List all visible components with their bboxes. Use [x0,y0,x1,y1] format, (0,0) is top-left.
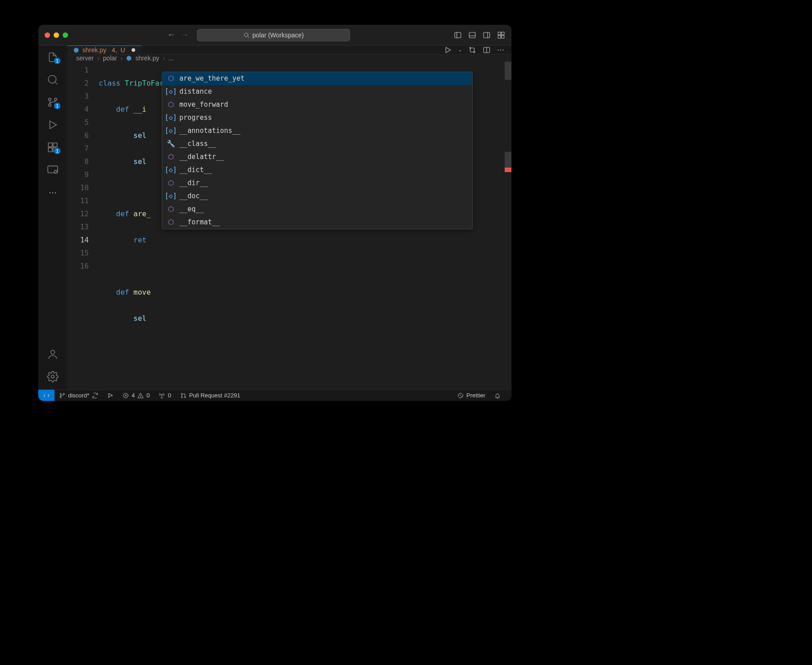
svg-point-45 [184,396,186,398]
suggestion-label: distance [179,85,212,98]
pr-label: Pull Request #2291 [189,392,240,399]
suggestion-item[interactable]: 🔧__class__ [162,137,472,150]
remote-icon [43,392,50,399]
source-control-tab[interactable]: 1 [46,96,59,109]
remote-explorer-tab[interactable] [46,164,59,176]
svg-point-36 [111,395,112,396]
radio-tower-icon [159,392,165,399]
tab-problem-count: 4, [112,46,117,54]
suggestion-label: __format__ [179,216,220,229]
split-editor-icon[interactable] [483,46,491,54]
more-tab[interactable]: ⋯ [46,186,59,199]
svg-point-44 [181,396,182,398]
svg-line-1 [248,36,249,37]
tab-shrek-py[interactable]: ⬢ shrek.py 4, U [67,46,141,54]
line-number: 3 [67,90,89,103]
run-dropdown[interactable]: ⌄ [458,47,462,52]
ports-status[interactable]: 0 [154,390,175,401]
toggle-bottom-panel-icon[interactable] [468,31,476,39]
traffic-lights [45,32,68,38]
suggestion-item[interactable]: [◇]__dict__ [162,164,472,177]
breadcrumb-seg-4[interactable]: ... [169,55,174,62]
svg-rect-11 [502,35,504,38]
svg-rect-22 [48,166,58,173]
pull-request-status[interactable]: Pull Request #2291 [176,390,245,401]
suggestion-label: __annotations__ [179,124,240,137]
suggestion-item[interactable]: ⬡__delattr__ [162,150,472,164]
intellisense-popup[interactable]: ⬡are_we_there_yet[◇]distance⬡move_forwar… [162,72,473,229]
breadcrumb-sep: › [163,55,165,62]
suggestion-item[interactable]: [◇]progress [162,111,472,124]
breadcrumbs[interactable]: server › polar › ⬢ shrek.py › ... [67,55,511,62]
breadcrumb-seg-2[interactable]: polar [103,55,117,62]
activity-bar: 1 1 1 ⋯ [38,46,67,389]
suggestion-label: __delattr__ [179,150,224,164]
suggestion-item[interactable]: ⬡__format__ [162,216,472,229]
extensions-tab[interactable]: 1 [46,141,59,154]
nav-forward-button[interactable]: → [181,30,189,40]
toggle-right-panel-icon[interactable] [483,31,491,39]
notifications-button[interactable] [490,390,505,401]
maximize-window-button[interactable] [63,32,68,38]
customize-layout-icon[interactable] [497,31,505,39]
breadcrumb-seg-3[interactable]: shrek.py [135,55,159,62]
problems-status[interactable]: 4 0 [118,390,154,401]
svg-rect-8 [498,32,501,35]
svg-point-33 [63,393,64,395]
more-actions-button[interactable]: ⋯ [497,46,504,54]
svg-marker-26 [446,47,451,53]
accounts-button[interactable] [46,348,59,360]
suggestion-item[interactable]: [◇]distance [162,85,472,98]
breadcrumb-sep: › [97,55,100,62]
play-bug-icon [47,119,59,131]
git-graph-button[interactable] [103,390,118,401]
nav-back-button[interactable]: ← [167,30,175,40]
explorer-tab[interactable]: 1 [46,51,59,64]
line-number: 16 [67,260,89,273]
run-debug-tab[interactable] [46,118,59,131]
command-center-search[interactable]: polar (Workspace) [197,29,350,41]
settings-button[interactable] [46,370,59,383]
code-content[interactable]: class TripToFarFarAway: def __i sel sel … [99,64,511,389]
compare-changes-icon[interactable] [468,46,476,54]
suggestion-label: __doc__ [179,190,208,203]
remote-indicator[interactable] [38,390,55,401]
suggestion-item[interactable]: ⬡__dir__ [162,177,472,190]
branch-status[interactable]: discord* [55,390,103,401]
breadcrumb-seg-1[interactable]: server [76,55,94,62]
text-editor[interactable]: 12345678910111213141516 class TripToFarF… [67,62,511,389]
suggestion-label: move_forward [179,98,228,111]
suggestion-item[interactable]: [◇]__annotations__ [162,124,472,137]
svg-marker-17 [50,121,57,128]
svg-point-15 [49,104,51,106]
line-number: 2 [67,77,89,90]
explorer-badge: 1 [54,57,61,64]
formatter-status[interactable]: Prettier [453,390,490,401]
toggle-left-panel-icon[interactable] [454,31,462,39]
minimap-error-marker [505,168,511,172]
error-icon [123,392,129,399]
svg-rect-18 [48,143,52,147]
minimap[interactable] [505,62,511,389]
suggestion-label: __dir__ [179,177,208,190]
suggestion-item[interactable]: ⬡move_forward [162,98,472,111]
close-window-button[interactable] [45,32,50,38]
svg-point-0 [244,33,248,36]
error-count: 4 [132,392,135,399]
git-graph-icon [107,392,114,399]
python-file-icon: ⬢ [126,55,132,62]
formatter-label: Prettier [466,392,485,399]
vscode-window: ← → polar (Workspace) 1 1 [38,25,511,401]
sync-icon[interactable] [92,392,98,399]
run-button[interactable] [444,46,452,54]
svg-rect-21 [53,143,57,147]
suggestion-item[interactable]: ⬡are_we_there_yet [162,72,472,85]
suggestion-item[interactable]: [◇]__doc__ [162,190,472,203]
line-number: 14 [67,233,89,246]
svg-rect-4 [469,32,475,38]
search-tab[interactable] [46,73,59,86]
minimize-window-button[interactable] [54,32,59,38]
suggestion-label: __class__ [179,137,216,150]
suggestion-item[interactable]: ⬡__eq__ [162,203,472,216]
remote-icon [47,164,59,176]
